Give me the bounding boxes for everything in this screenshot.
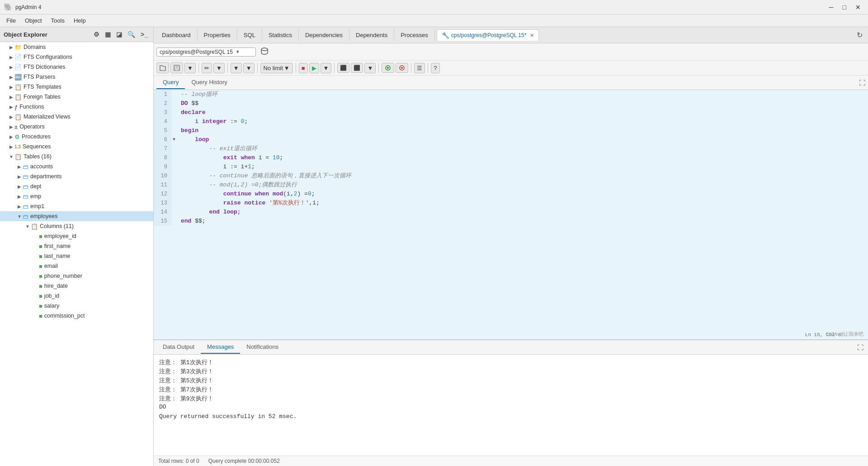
label-fts-dicts: FTS Dictionaries [24,64,65,70]
close-button[interactable]: ✕ [852,3,864,12]
tree-item-email[interactable]: ■ email [0,261,153,271]
database-connect-icon[interactable] [259,45,270,58]
code-editor[interactable]: 1-- loop循环2DO $$3declare4 i integer := 0… [154,90,868,339]
tree-item-fts-dicts[interactable]: ▶ 📄 FTS Dictionaries [0,62,153,72]
icon-functions: ƒ [14,104,18,110]
tab-sql[interactable]: SQL [237,29,262,41]
explorer-icon-table[interactable]: ▦ [103,30,113,39]
tree-item-fts-configs[interactable]: ▶ 📄 FTS Configurations [0,52,153,62]
filter-dropdown-button[interactable]: ▼ [243,63,255,73]
explain-dropdown-button[interactable]: ▼ [364,63,376,73]
tree-item-job-id[interactable]: ■ job_id [0,291,153,301]
tree-item-employees[interactable]: ▼ 🗃 employees [0,211,153,221]
tree-item-departments[interactable]: ▶ 🗃 departments [0,171,153,181]
limit-dropdown-button[interactable]: No limit ▼ [260,63,293,73]
icon-departments: 🗃 [23,173,28,180]
filter-button[interactable]: ▼ [231,63,242,73]
tree-item-fts-parsers[interactable]: ▶ 🔤 FTS Parsers [0,72,153,82]
line-number-4: 4 [154,117,172,126]
tree-item-functions[interactable]: ▶ ƒ Functions [0,102,153,112]
tree-item-dept[interactable]: ▶ 🗃 dept [0,181,153,191]
expand-editor-button[interactable]: ⛶ [859,79,865,86]
explorer-title: Object Explorer [4,31,92,38]
tab-processes[interactable]: Processes [394,29,435,41]
do-line: DO [159,404,863,410]
query-tool-tab[interactable]: 🔧 cps/postgres@PostgreSQL 15* ✕ [437,29,539,41]
stop-button[interactable]: ■ [299,63,308,73]
refresh-button[interactable]: ↻ [853,29,866,41]
tab-data-output[interactable]: Data Output [156,341,201,354]
right-tab-bar: Dashboard Properties SQL Statistics Depe… [154,27,868,43]
explain-analyze-button[interactable]: ⬛ [351,63,363,73]
server-select-dropdown[interactable]: cps/postgres@PostgreSQL 15 ▼ [156,48,256,57]
app-title: pgAdmin 4 [15,4,826,10]
maximize-button[interactable]: □ [839,3,850,12]
save-dropdown-button[interactable]: ▼ [184,63,196,73]
menu-object[interactable]: Object [20,15,47,26]
help-button[interactable]: ? [431,63,439,73]
open-file-button[interactable] [156,62,169,73]
minimize-button[interactable]: ─ [826,3,837,12]
menu-tools[interactable]: Tools [47,15,69,26]
icon-mat-views: 📋 [14,114,22,120]
explorer-icon-filter[interactable]: ◪ [114,30,124,39]
edit-dropdown-button[interactable]: ▼ [213,63,225,73]
line-arrow-6: ▼ [172,135,179,144]
tab-query[interactable]: Query [156,76,185,89]
tab-dependencies[interactable]: Dependencies [299,29,349,41]
query-tab-close[interactable]: ✕ [530,33,534,38]
explorer-icon-search[interactable]: 🔍 [126,30,137,39]
icon-sequences: 1.3 [14,144,21,149]
explorer-icon-object[interactable]: ⚙ [92,30,101,39]
expand-results-button[interactable]: ⛶ [855,342,865,353]
tree-item-salary[interactable]: ■ salary [0,301,153,311]
tab-query-history[interactable]: Query History [185,76,233,89]
commit-button[interactable] [382,63,394,73]
line-number-8: 8 [154,153,172,162]
tree-item-sequences[interactable]: ▶ 1.3 Sequences [0,142,153,152]
tree-item-operators[interactable]: ▶ ± Operators [0,122,153,132]
run-dropdown-button[interactable]: ▼ [321,63,332,73]
tree-item-emp[interactable]: ▶ 🗃 emp [0,191,153,201]
tree-item-columns[interactable]: ▼ 📋 Columns (11) [0,221,153,231]
tree-item-emp1[interactable]: ▶ 🗃 emp1 [0,201,153,211]
tab-messages[interactable]: Messages [201,341,240,354]
tab-properties[interactable]: Properties [198,29,237,41]
tree-item-last-name[interactable]: ■ last_name [0,251,153,261]
edit-button[interactable]: ✏ [202,63,212,73]
tree-item-domains[interactable]: ▶ 📁 Domains [0,42,153,52]
tree-item-foreign-tables[interactable]: ▶ 📋 Foreign Tables [0,92,153,102]
tree-item-hire-date[interactable]: ■ hire_date [0,281,153,291]
line-content-8: exit when i = 10; [179,153,868,162]
run-button[interactable]: ▶ [309,63,319,73]
tab-notifications[interactable]: Notifications [240,341,285,354]
explain-button[interactable]: ⬛ [337,63,349,73]
rollback-button[interactable] [396,63,408,73]
tree-item-procedures[interactable]: ▶ ⚙ Procedures [0,132,153,142]
arrow-emp1: ▶ [16,204,23,209]
tab-statistics[interactable]: Statistics [262,29,299,41]
tab-dashboard[interactable]: Dashboard [156,29,198,41]
tree-item-mat-views[interactable]: ▶ 📋 Materialized Views [0,112,153,122]
tree-item-phone-number[interactable]: ■ phone_number [0,271,153,281]
tree-item-accounts[interactable]: ▶ 🗃 accounts [0,162,153,171]
tree-item-tables[interactable]: ▼ 📋 Tables (16) [0,152,153,162]
icon-commission-pct: ■ [39,313,42,319]
tree-item-employee-id[interactable]: ■ employee_id [0,231,153,241]
tree-item-fts-templates[interactable]: ▶ 📋 FTS Templates [0,82,153,92]
tree-item-commission-pct[interactable]: ■ commission_pct [0,311,153,321]
explorer-icon-terminal[interactable]: >_ [139,30,150,39]
svg-point-5 [387,67,389,69]
menu-file[interactable]: File [2,15,20,26]
label-accounts: accounts [30,163,53,170]
icon-employees: 🗃 [23,213,28,220]
tree-item-first-name[interactable]: ■ first_name [0,241,153,251]
label-job-id: job_id [44,293,59,299]
save-button[interactable] [170,62,183,73]
line-content-13: raise notice '第%次执行！',i; [179,199,868,208]
macros-button[interactable]: ☰ [414,63,425,73]
code-lines-container: 1-- loop循环2DO $$3declare4 i integer := 0… [154,90,868,226]
label-fts-templates: FTS Templates [24,84,61,90]
menu-help[interactable]: Help [69,15,90,26]
tab-dependents[interactable]: Dependents [349,29,394,41]
